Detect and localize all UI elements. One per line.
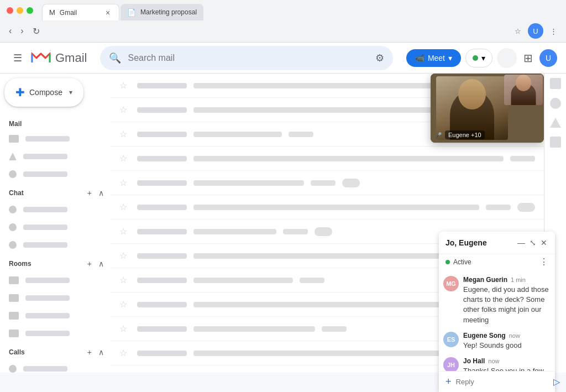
- status-button[interactable]: ▾: [465, 49, 492, 67]
- search-tune-icon[interactable]: ⚙: [375, 52, 384, 64]
- table-row[interactable]: ☆: [111, 171, 544, 195]
- sidebar-item-chat3[interactable]: [0, 236, 106, 254]
- meet-button[interactable]: 📹 Meet ▾: [406, 49, 461, 67]
- sidebar-item-room3[interactable]: [0, 307, 106, 325]
- message-content-2: Eugene Song now Yep! Sounds good: [463, 332, 551, 351]
- calls-add-button[interactable]: +: [85, 347, 94, 358]
- star-icon[interactable]: ☆: [119, 275, 130, 285]
- email-toggle[interactable]: [517, 203, 535, 212]
- email-date: [289, 132, 313, 137]
- chat-panel: Jo, Eugene — ⤡ ✕ Active ⋮ MG Megan Gueri…: [439, 232, 555, 392]
- calls-collapse-button[interactable]: ∧: [96, 347, 106, 358]
- tab-gmail[interactable]: M Gmail ×: [42, 4, 119, 20]
- star-icon[interactable]: ☆: [119, 153, 130, 164]
- email-subject: [193, 205, 479, 210]
- video-controls-bar: 🎤 Eugene +10: [435, 130, 485, 139]
- compose-button[interactable]: ✚ Compose ▾: [4, 78, 83, 107]
- search-icon: 🔍: [109, 52, 121, 64]
- apps-grid-icon[interactable]: ⊞: [521, 49, 535, 67]
- chat-minimize-button[interactable]: —: [516, 237, 526, 248]
- header-actions: 📹 Meet ▾ ▾ ⊞ U: [406, 48, 557, 68]
- right-icon-1[interactable]: [550, 78, 561, 89]
- traffic-green[interactable]: [27, 7, 33, 14]
- video-call-overlay[interactable]: 🎤 Eugene +10: [431, 74, 544, 143]
- bookmark-icon[interactable]: ☆: [512, 25, 523, 38]
- star-icon[interactable]: ☆: [119, 250, 130, 261]
- star-icon[interactable]: ☆: [119, 202, 130, 212]
- star-icon[interactable]: ☆: [119, 348, 130, 358]
- back-button[interactable]: ‹: [7, 24, 14, 38]
- sidebar-item-inbox[interactable]: [0, 130, 106, 148]
- unknown-round-btn[interactable]: [497, 48, 517, 68]
- search-input[interactable]: [128, 53, 368, 63]
- calls-section-header: Calls + ∧: [0, 342, 111, 360]
- room3-label: [25, 313, 70, 318]
- rooms-collapse-button[interactable]: ∧: [96, 258, 106, 269]
- chat-section-label: Chat: [9, 189, 24, 197]
- rooms-add-button[interactable]: +: [85, 258, 94, 269]
- email-subject: [193, 156, 504, 161]
- star-icon[interactable]: ☆: [119, 104, 130, 115]
- chat-add-icon[interactable]: +: [446, 376, 452, 388]
- profile-avatar[interactable]: U: [528, 23, 543, 39]
- sender-name: [137, 205, 187, 210]
- sidebar-item-room4[interactable]: [0, 325, 106, 342]
- message-header-3: Jo Hall now: [463, 357, 551, 365]
- table-row[interactable]: ☆: [111, 147, 544, 171]
- status-chevron: ▾: [481, 54, 485, 62]
- chat-expand-button[interactable]: ⤡: [528, 237, 537, 248]
- sidebar-item-starred[interactable]: [0, 148, 106, 165]
- star-icon[interactable]: ☆: [119, 299, 130, 310]
- reload-button[interactable]: ↻: [30, 24, 42, 39]
- chat-send-button[interactable]: ▷: [553, 377, 560, 387]
- email-date: [283, 229, 308, 234]
- sidebar-item-room1[interactable]: [0, 271, 106, 289]
- message-text-2: Yep! Sounds good: [463, 341, 551, 351]
- right-icon-3[interactable]: [550, 118, 561, 128]
- menu-icon[interactable]: ⋮: [548, 25, 559, 38]
- right-icon-4[interactable]: [550, 137, 561, 148]
- sidebar-item-snoozed[interactable]: [0, 165, 106, 183]
- email-toggle[interactable]: [315, 227, 332, 236]
- room2-label: [25, 295, 70, 301]
- star-icon[interactable]: ☆: [119, 129, 130, 139]
- sidebar-item-chat1[interactable]: [0, 201, 106, 218]
- sidebar-item-call1[interactable]: [0, 360, 106, 373]
- chat-section-btns: + ∧: [85, 187, 106, 198]
- user-avatar[interactable]: U: [539, 49, 557, 67]
- sidebar-item-room2[interactable]: [0, 289, 106, 307]
- inbox-label: [25, 136, 70, 142]
- star-icon[interactable]: ☆: [119, 80, 130, 91]
- star-icon[interactable]: ☆: [119, 177, 130, 188]
- compose-plus-icon: ✚: [15, 86, 25, 99]
- compose-label: Compose: [29, 88, 62, 97]
- star-icon[interactable]: ☆: [119, 226, 130, 237]
- tab-marketing[interactable]: 📄 Marketing proposal: [120, 4, 203, 20]
- right-icon-2[interactable]: [550, 98, 561, 109]
- email-toggle[interactable]: [342, 179, 360, 187]
- message-content-3: Jo Hall now Thanks! See you in a few: [463, 357, 551, 371]
- sidebar-item-chat2[interactable]: [0, 218, 106, 236]
- video-main-view: 🎤 Eugene +10: [431, 74, 544, 143]
- star-icon[interactable]: ☆: [119, 323, 130, 334]
- sender-name: [137, 278, 187, 283]
- email-subject: [193, 229, 276, 234]
- chat-options-button[interactable]: ⋮: [539, 257, 548, 267]
- chat-reply-input[interactable]: [456, 378, 549, 386]
- chat-collapse-button[interactable]: ∧: [96, 187, 106, 198]
- sender-name: [137, 156, 187, 161]
- url-bar[interactable]: [46, 23, 508, 39]
- sender-name: [137, 326, 187, 332]
- traffic-red[interactable]: [7, 7, 13, 14]
- omnibar-right: ☆ U ⋮: [512, 23, 559, 39]
- chat-add-button[interactable]: +: [85, 187, 94, 198]
- traffic-yellow[interactable]: [17, 7, 23, 14]
- tab-close-icon[interactable]: ×: [103, 8, 112, 17]
- gmail-logo-svg: [31, 50, 51, 66]
- sidebar: ✚ Compose ▾ Mail Chat + ∧: [0, 74, 111, 373]
- table-row[interactable]: ☆: [111, 195, 544, 219]
- forward-button[interactable]: ›: [18, 24, 25, 38]
- hamburger-menu[interactable]: ☰: [9, 48, 27, 69]
- chat-close-button[interactable]: ✕: [539, 237, 548, 248]
- search-bar[interactable]: 🔍 ⚙: [100, 46, 392, 70]
